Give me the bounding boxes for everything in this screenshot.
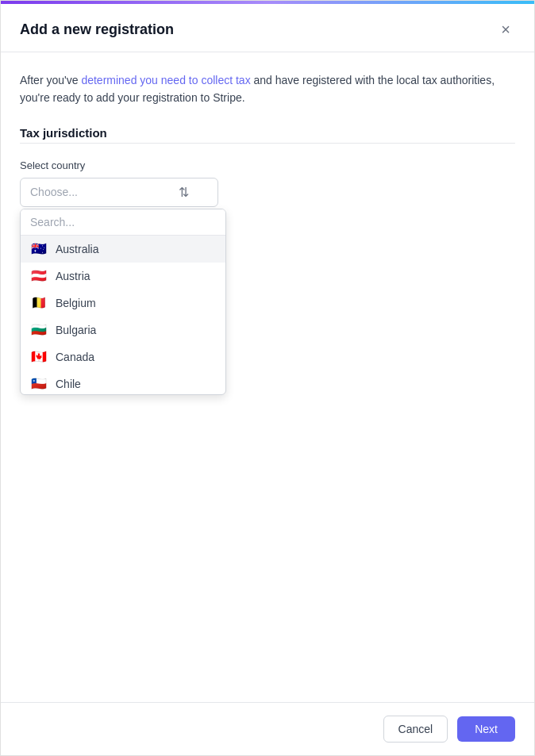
list-item[interactable]: 🇦🇺 Australia <box>21 236 225 263</box>
list-item[interactable]: 🇨🇦 Canada <box>21 343 225 370</box>
country-name: Chile <box>56 378 81 390</box>
modal-footer: Cancel Next <box>1 702 534 755</box>
modal-title: Add a new registration <box>20 21 174 38</box>
flag-bg: 🇧🇬 <box>30 324 48 336</box>
flag-au: 🇦🇺 <box>30 243 48 255</box>
chevron-icon: ⇅ <box>179 185 189 200</box>
list-item[interactable]: 🇨🇱 Chile <box>21 370 225 394</box>
next-button[interactable]: Next <box>457 716 515 742</box>
field-label: Select country <box>20 159 515 171</box>
list-item[interactable]: 🇦🇹 Austria <box>21 263 225 290</box>
country-name: Canada <box>56 351 94 363</box>
modal-body: After you've determined you need to coll… <box>1 52 534 702</box>
country-dropdown: 🇦🇺 Australia 🇦🇹 Austria 🇧🇪 Belgium <box>20 209 226 395</box>
close-button[interactable]: × <box>496 20 515 39</box>
country-name: Austria <box>56 270 90 282</box>
country-search-input[interactable] <box>21 209 225 236</box>
country-select-wrapper: Choose... ⇅ 🇦🇺 Australia 🇦🇹 <box>20 178 218 207</box>
country-field: Select country Choose... ⇅ 🇦🇺 Australia <box>20 159 515 207</box>
country-name: Belgium <box>56 297 96 309</box>
section-divider <box>20 143 515 144</box>
section-title: Tax jurisdiction <box>20 126 515 140</box>
intro-prefix: After you've <box>20 74 81 86</box>
flag-ca: 🇨🇦 <box>30 351 48 363</box>
intro-paragraph: After you've determined you need to coll… <box>20 71 515 107</box>
country-name: Bulgaria <box>56 324 96 336</box>
country-select-trigger[interactable]: Choose... ⇅ <box>20 178 218 207</box>
intro-link[interactable]: determined you need to collect tax <box>81 74 250 86</box>
list-item[interactable]: 🇧🇬 Bulgaria <box>21 317 225 343</box>
country-name: Australia <box>56 243 98 255</box>
list-item[interactable]: 🇧🇪 Belgium <box>21 290 225 317</box>
cancel-button[interactable]: Cancel <box>383 716 448 743</box>
select-placeholder: Choose... <box>30 186 78 198</box>
country-list: 🇦🇺 Australia 🇦🇹 Austria 🇧🇪 Belgium <box>21 236 225 394</box>
modal-overlay: Add a new registration × After you've de… <box>0 0 535 756</box>
modal-header: Add a new registration × <box>1 4 534 52</box>
flag-be: 🇧🇪 <box>30 297 48 309</box>
modal: Add a new registration × After you've de… <box>0 0 535 756</box>
flag-at: 🇦🇹 <box>30 270 48 282</box>
flag-cl: 🇨🇱 <box>30 378 48 390</box>
